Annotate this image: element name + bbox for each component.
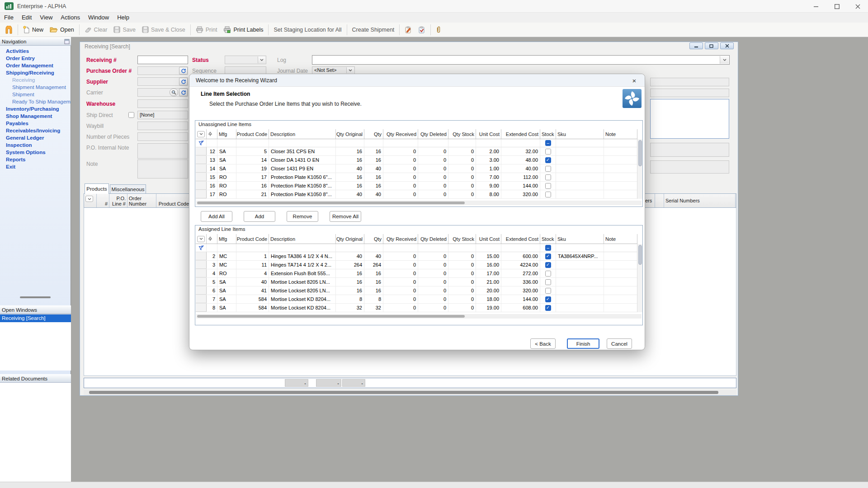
sidebar-item-system-options[interactable]: System Options xyxy=(0,149,71,156)
row-indicator[interactable] xyxy=(196,261,207,269)
open-window-item-receiving-search[interactable]: Receiving [Search] xyxy=(0,314,71,322)
save-close-button[interactable]: Save & Close xyxy=(139,24,189,36)
row-indicator[interactable] xyxy=(196,286,207,295)
row-indicator[interactable] xyxy=(196,252,207,260)
menu-window[interactable]: Window xyxy=(84,13,113,23)
select-all-dropdown[interactable] xyxy=(196,129,207,139)
purchase-order-refresh-button[interactable] xyxy=(179,67,188,75)
column-header-desc[interactable]: Description xyxy=(269,234,336,244)
number-of-pieces-input[interactable] xyxy=(137,132,188,141)
column-header-qty_received[interactable]: Qty Received xyxy=(383,234,418,244)
grid-row[interactable]: 8SA584Mortise Lockset KD 8204...32320001… xyxy=(196,304,637,312)
panel-pin-icon[interactable] xyxy=(64,39,70,44)
stock-checkbox[interactable] xyxy=(545,149,551,155)
assigned-vertical-scrollbar[interactable] xyxy=(637,244,642,312)
right-field-2[interactable] xyxy=(650,89,729,97)
sidebar-item-reports[interactable]: Reports xyxy=(0,156,71,163)
column-header-qty_stock[interactable]: Qty Stock xyxy=(448,129,476,139)
sidebar-item-payables[interactable]: Payables xyxy=(0,120,71,127)
column-header-qty_deleted[interactable]: Qty Deleted xyxy=(418,129,448,139)
unassigned-vertical-scrollbar[interactable] xyxy=(637,139,642,199)
stock-checkbox[interactable]: ✓ xyxy=(545,262,551,268)
column-header-qty[interactable]: Qty xyxy=(364,234,383,244)
assigned-horizontal-scrollbar[interactable] xyxy=(196,314,642,319)
log-dropdown[interactable] xyxy=(312,55,730,65)
grid-row[interactable]: 2MC1Hinges TA386 4 1/2 X 4 N...404000015… xyxy=(196,252,637,261)
column-header-stock[interactable]: Stock xyxy=(540,234,556,244)
sidebar-item-shop-management[interactable]: Shop Management xyxy=(0,113,71,120)
column-header-extended_cost[interactable]: Extended Cost xyxy=(501,129,540,139)
grid-row[interactable]: 4RO4Extension Flush Bolt 555...161600017… xyxy=(196,269,637,278)
ship-direct-value-field[interactable]: [None] xyxy=(137,111,188,119)
mdi-restore-button[interactable] xyxy=(705,42,718,49)
add-button[interactable]: Add xyxy=(244,211,275,222)
set-staging-location-button[interactable]: Set Staging Location for All xyxy=(270,24,344,36)
filter-row-icon[interactable] xyxy=(196,139,207,147)
column-header-qty_stock[interactable]: Qty Stock xyxy=(448,234,476,244)
cancel-button[interactable]: Cancel xyxy=(607,338,632,349)
attachments-button[interactable] xyxy=(433,24,444,36)
row-indicator[interactable] xyxy=(196,164,207,173)
waybill-input[interactable] xyxy=(137,122,188,130)
filter-row[interactable]: – xyxy=(196,244,637,252)
right-notes-box[interactable] xyxy=(650,99,729,139)
pin-column-header[interactable] xyxy=(207,234,217,244)
po-internal-note-textarea[interactable] xyxy=(137,143,188,159)
column-header-note[interactable]: Note xyxy=(604,129,637,139)
stock-filter-checkbox[interactable]: – xyxy=(545,245,551,251)
open-button[interactable]: Open xyxy=(47,24,77,36)
menu-edit[interactable]: Edit xyxy=(18,13,36,23)
select-all-dropdown[interactable] xyxy=(196,234,207,244)
sidebar-item-shipment-management[interactable]: Shipment Management xyxy=(0,84,71,91)
receiving-number-input[interactable] xyxy=(137,56,188,64)
print-button[interactable]: Print xyxy=(193,24,221,36)
sidebar-item-general-ledger[interactable]: General Ledger xyxy=(0,134,71,141)
row-indicator[interactable] xyxy=(196,278,207,286)
column-header-serial-numbers[interactable]: Serial Numbers xyxy=(664,194,736,207)
grid-row[interactable]: 17RO21Protection Plate K1050 8"...404000… xyxy=(196,190,637,199)
row-indicator[interactable] xyxy=(196,269,207,277)
supplier-refresh-button[interactable] xyxy=(179,78,188,85)
column-header-stock[interactable]: Stock xyxy=(540,129,556,139)
stock-checkbox[interactable] xyxy=(545,279,551,285)
stock-checkbox[interactable] xyxy=(545,174,551,180)
note-textarea[interactable] xyxy=(137,160,188,178)
grid-row[interactable]: 15RO17Protection Plate K1050 6"...161600… xyxy=(196,173,637,182)
grid-row[interactable]: 12SA5Closer 351 CPS EN16160002.0032.00 xyxy=(196,147,637,156)
column-header-sku[interactable]: Sku xyxy=(556,234,604,244)
print-labels-button[interactable]: Print Labels xyxy=(220,24,266,36)
column-header-product-code[interactable]: Product Code xyxy=(156,194,191,207)
add-all-button[interactable]: Add All xyxy=(201,211,232,222)
chevron-down-icon[interactable] xyxy=(258,56,265,63)
right-field-4[interactable] xyxy=(650,160,729,174)
row-indicator[interactable] xyxy=(196,190,207,198)
unassigned-horizontal-scrollbar[interactable] xyxy=(196,201,642,205)
filter-row[interactable]: – xyxy=(196,139,637,147)
stock-checkbox[interactable]: ✓ xyxy=(545,157,551,163)
status-dropdown[interactable] xyxy=(225,56,266,64)
panel-splitter[interactable] xyxy=(20,296,51,298)
menu-view[interactable]: View xyxy=(36,13,57,23)
save-button[interactable]: Save xyxy=(110,24,139,36)
sidebar-item-activities[interactable]: Activities xyxy=(0,47,71,55)
clear-button[interactable]: Clear xyxy=(81,24,111,36)
stock-checkbox[interactable] xyxy=(545,183,551,189)
column-header-po-line[interactable]: P.O. Line # xyxy=(109,194,127,207)
column-header-qty[interactable]: Qty xyxy=(364,129,383,139)
chevron-down-icon[interactable] xyxy=(720,56,729,64)
grid-row[interactable]: 13SA14Closer DA 1431 O EN16160003.0048.0… xyxy=(196,156,637,164)
mdi-minimize-button[interactable] xyxy=(689,42,703,49)
column-header-extended_cost[interactable]: Extended Cost xyxy=(501,234,540,244)
remove-all-button[interactable]: Remove All xyxy=(330,211,361,222)
grid-row[interactable]: 5SA40Mortise Lockset 8205 LN...161600021… xyxy=(196,278,637,286)
column-header-mfg[interactable]: Mfg xyxy=(217,234,236,244)
sidebar-item-inspection[interactable]: Inspection xyxy=(0,141,71,149)
grid-row[interactable]: 6SA41Mortise Lockset 8205 LN...161600020… xyxy=(196,286,637,295)
right-field-3[interactable] xyxy=(650,143,729,157)
menu-help[interactable]: Help xyxy=(113,13,133,23)
column-header-sku[interactable]: Sku xyxy=(556,129,604,139)
create-shipment-button[interactable]: Create Shipment xyxy=(349,24,398,36)
home-button[interactable] xyxy=(2,24,16,36)
column-header-code[interactable]: Product Code xyxy=(236,129,269,139)
ship-direct-checkbox[interactable] xyxy=(128,112,134,118)
